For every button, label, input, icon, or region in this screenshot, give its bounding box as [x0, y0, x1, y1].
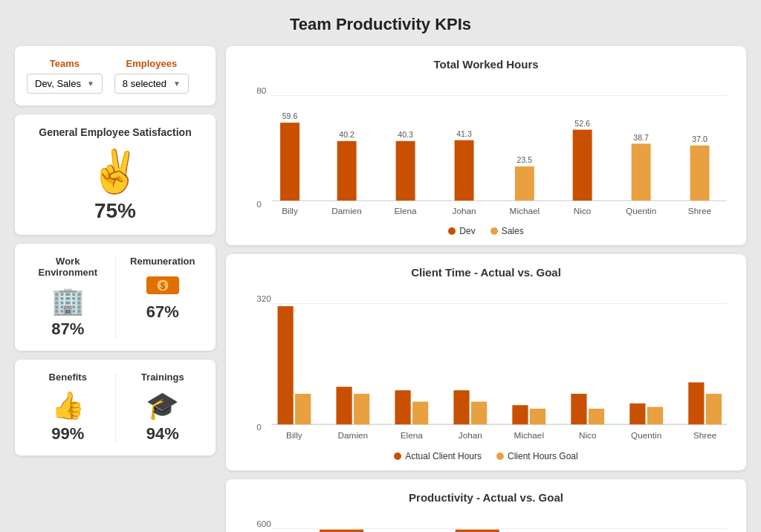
svg-text:80: 80: [256, 85, 267, 95]
svg-text:0: 0: [256, 199, 262, 209]
svg-text:Nico: Nico: [579, 430, 597, 440]
teams-label: Teams: [27, 58, 103, 69]
bar-elena-dev: [396, 141, 415, 201]
svg-text:59.6: 59.6: [282, 111, 298, 120]
total-worked-hours-card: Total Worked Hours 80 0 59.6 40.2: [226, 46, 746, 245]
teams-filter-group: Teams Dev, Sales ▼: [27, 58, 103, 94]
bar-damien-actual: [336, 386, 352, 424]
bar-billy-goal: [295, 394, 311, 424]
satisfaction-card: General Employee Satisfaction ✌️ 75%: [15, 114, 216, 235]
bar-damien-dev: [337, 141, 357, 201]
svg-text:Johan: Johan: [459, 430, 482, 440]
benefits-label: Benefits: [27, 372, 109, 383]
productivity-card: Productivity - Actual vs. Goal 600 0: [226, 479, 746, 532]
money-icon: $: [122, 274, 204, 299]
vertical-divider-2: [115, 372, 116, 444]
svg-text:41.3: 41.3: [456, 129, 472, 138]
client-time-card: Client Time - Actual vs. Goal 320 0: [226, 254, 746, 470]
satisfaction-title: General Employee Satisfaction: [27, 126, 204, 138]
svg-text:Shree: Shree: [688, 206, 712, 215]
svg-text:38.7: 38.7: [633, 133, 649, 142]
bar-w47-actual: [456, 529, 499, 532]
remuneration-block: Remuneration $ 67%: [122, 256, 204, 339]
svg-text:23.5: 23.5: [517, 155, 533, 164]
svg-text:Shree: Shree: [693, 430, 717, 440]
bar-nico-goal: [589, 409, 604, 424]
bar-billy-dev: [280, 123, 299, 201]
employees-label: Employees: [114, 58, 189, 69]
bar-shree-actual: [688, 382, 704, 424]
employees-value: 8 selected: [123, 78, 166, 89]
svg-text:Michael: Michael: [514, 430, 544, 440]
svg-text:40.3: 40.3: [398, 130, 413, 139]
legend-actual-client: Actual Client Hours: [394, 451, 482, 461]
svg-text:Billy: Billy: [286, 430, 302, 440]
total-hours-svg: 80 0 59.6 40.2 40.3 41.3: [241, 78, 731, 218]
bar-quentin-goal: [647, 406, 663, 424]
work-env-percent: 87%: [27, 319, 109, 339]
svg-text:Elena: Elena: [401, 430, 424, 440]
trainings-label: Trainings: [122, 372, 204, 383]
client-goal-dot: [496, 452, 504, 460]
svg-text:Billy: Billy: [282, 206, 298, 215]
legend-dev-label: Dev: [459, 226, 475, 236]
bar-michael-actual: [512, 405, 528, 424]
satisfaction-percent: 75%: [27, 199, 204, 223]
vertical-divider: [115, 256, 116, 339]
bar-damien-goal: [354, 394, 369, 424]
bar-quentin-sales: [632, 143, 651, 201]
legend-sales: Sales: [490, 226, 524, 236]
bar-w46-actual: [320, 529, 363, 532]
remuneration-percent: 67%: [122, 302, 204, 322]
dev-dot: [448, 227, 456, 235]
bar-elena-goal: [412, 401, 428, 424]
svg-text:$: $: [160, 281, 165, 291]
employees-chevron-icon: ▼: [173, 80, 181, 88]
productivity-svg: 600 0 46 47 48: [241, 511, 731, 532]
teams-chevron-icon: ▼: [87, 80, 94, 88]
thumbsup-icon: 👍: [27, 390, 109, 421]
env-remun-card: Work Environment 🏢 87% Remuneration $ 67…: [15, 244, 216, 351]
peace-icon: ✌️: [27, 147, 204, 196]
total-hours-legend: Dev Sales: [241, 226, 731, 236]
actual-client-dot: [394, 452, 401, 460]
client-time-svg: 320 0: [241, 286, 731, 444]
bar-johan-actual: [453, 390, 469, 424]
work-env-label: Work Environment: [27, 256, 109, 278]
bar-michael-goal: [530, 409, 545, 424]
total-worked-hours-title: Total Worked Hours: [241, 58, 731, 71]
sales-dot: [490, 227, 498, 235]
svg-text:600: 600: [256, 519, 271, 528]
teams-select[interactable]: Dev, Sales ▼: [27, 74, 103, 94]
svg-text:37.0: 37.0: [692, 134, 707, 143]
bar-nico-dev: [573, 130, 592, 201]
svg-text:Damien: Damien: [338, 430, 369, 440]
bar-johan-dev: [455, 140, 474, 201]
bar-quentin-actual: [629, 403, 645, 424]
work-env-block: Work Environment 🏢 87%: [27, 256, 109, 339]
svg-text:Elena: Elena: [395, 206, 418, 215]
svg-text:320: 320: [256, 293, 271, 303]
bar-billy-actual: [278, 306, 294, 424]
legend-client-goal-label: Client Hours Goal: [508, 451, 578, 461]
svg-text:Nico: Nico: [574, 206, 592, 215]
legend-actual-client-label: Actual Client Hours: [405, 451, 482, 461]
bar-johan-goal: [471, 401, 487, 424]
client-time-chart: 320 0: [241, 286, 731, 447]
legend-client-goal: Client Hours Goal: [496, 451, 578, 461]
svg-text:Quentin: Quentin: [631, 430, 661, 440]
filters-card: Teams Dev, Sales ▼ Employees 8 selected …: [15, 46, 216, 106]
benefits-trainings-card: Benefits 👍 99% Trainings 🎓 94%: [15, 360, 216, 455]
remuneration-label: Remuneration: [122, 256, 204, 267]
bar-nico-actual: [571, 394, 586, 424]
svg-text:Johan: Johan: [453, 206, 476, 215]
total-worked-hours-chart: 80 0 59.6 40.2 40.3 41.3: [241, 78, 731, 221]
svg-text:Michael: Michael: [510, 206, 540, 215]
svg-text:40.2: 40.2: [339, 130, 354, 139]
employees-select[interactable]: 8 selected ▼: [114, 74, 189, 94]
bar-michael-sales: [515, 166, 534, 201]
client-time-legend: Actual Client Hours Client Hours Goal: [241, 451, 731, 461]
left-panel: Teams Dev, Sales ▼ Employees 8 selected …: [15, 46, 216, 455]
trainings-percent: 94%: [122, 424, 204, 444]
svg-text:Quentin: Quentin: [626, 206, 656, 215]
